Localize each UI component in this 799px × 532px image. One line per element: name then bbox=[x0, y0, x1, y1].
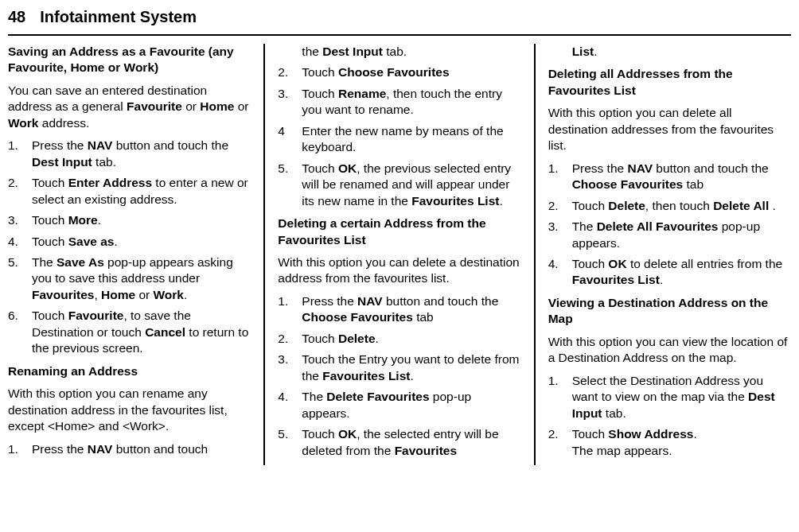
bold-save-as: Save as bbox=[68, 235, 115, 248]
page-header: 48 Infotainment System bbox=[8, 8, 791, 31]
para-delete-all-intro: With this option you can delete all dest… bbox=[548, 105, 791, 153]
text: Touch bbox=[32, 213, 68, 227]
bold-choose-favourites: Choose Favourites bbox=[338, 65, 450, 79]
text: Touch bbox=[32, 235, 68, 248]
text: or bbox=[182, 99, 200, 113]
step-number: 1. bbox=[8, 441, 32, 457]
bold-favourites-list: Favourites List bbox=[572, 273, 660, 286]
step-number: 3. bbox=[278, 351, 302, 384]
text: address. bbox=[38, 116, 89, 130]
bold-favourites: Favourites bbox=[395, 444, 457, 457]
step-number: 5. bbox=[8, 254, 32, 303]
bold-cancel: Cancel bbox=[145, 325, 185, 339]
step-number: 3. bbox=[278, 86, 302, 118]
step: 4. Touch Save as. bbox=[8, 234, 251, 250]
step-number: 5. bbox=[278, 426, 302, 459]
step-text: Press the NAV button and touch the Choos… bbox=[302, 293, 520, 326]
text: The bbox=[32, 255, 57, 269]
text: Press the bbox=[302, 294, 357, 308]
step-text: The Delete Favourites pop-up appears. bbox=[302, 389, 520, 421]
step-text: Touch the Entry you want to delete from … bbox=[302, 351, 520, 384]
column-divider bbox=[263, 44, 265, 465]
step-text: Touch Choose Favourites bbox=[302, 64, 520, 80]
step: 2. Touch Delete, then touch Delete All . bbox=[548, 198, 791, 214]
text: Touch bbox=[572, 257, 609, 270]
text: . bbox=[410, 369, 413, 382]
text: Press the bbox=[572, 161, 628, 175]
step: 3. Touch Rename, then touch the entry yo… bbox=[278, 86, 520, 118]
bold-work: Work bbox=[8, 116, 38, 130]
step: 2. Touch Delete. bbox=[278, 331, 520, 347]
text: The map appears. bbox=[572, 444, 672, 457]
step-text: Press the NAV button and touch the Choos… bbox=[572, 161, 791, 193]
bold-favourites-list: Favourites List bbox=[322, 369, 410, 382]
bold-delete-favourites: Delete Favourites bbox=[326, 390, 429, 403]
steps-view: 1. Select the Destination Address you wa… bbox=[548, 373, 791, 459]
step-number: 3. bbox=[548, 219, 572, 251]
bold-show-address: Show Address bbox=[608, 427, 693, 441]
bold-ok: OK bbox=[338, 161, 357, 175]
step-text: Touch OK to delete all entries from the … bbox=[572, 256, 791, 289]
step-number: 1. bbox=[278, 293, 302, 326]
text: . bbox=[184, 288, 187, 301]
column-2: the Dest Input tab. 2. Touch Choose Favo… bbox=[267, 44, 532, 465]
manual-page: 48 Infotainment System Saving an Address… bbox=[0, 0, 799, 532]
step-text: List. bbox=[572, 44, 791, 60]
step-number: 4. bbox=[548, 256, 572, 289]
bold-dest-input: Dest Input bbox=[32, 155, 92, 169]
steps-delete-cont: List. bbox=[548, 44, 791, 60]
header-rule bbox=[8, 34, 791, 36]
bold-dest-input: Dest Input bbox=[322, 45, 383, 58]
column-divider bbox=[534, 44, 536, 465]
text: button and touch the bbox=[383, 294, 499, 308]
step: 5. Touch OK, the previous selected entry… bbox=[278, 161, 520, 209]
bold-favourites: Favourites bbox=[32, 288, 94, 301]
page-title: Infotainment System bbox=[40, 8, 197, 26]
text: tab. bbox=[92, 155, 116, 169]
bold-rename: Rename bbox=[338, 87, 386, 100]
text: . bbox=[769, 199, 776, 212]
step-text: Select the Destination Address you want … bbox=[572, 373, 791, 421]
text: tab bbox=[683, 177, 704, 191]
para-save-intro: You can save an entered destination addr… bbox=[8, 83, 251, 131]
text: button and touch bbox=[112, 442, 208, 456]
step: 1. Select the Destination Address you wa… bbox=[548, 373, 791, 421]
step-number: 2. bbox=[8, 175, 32, 208]
step-text: Touch Favourite, to save the Destination… bbox=[32, 308, 251, 356]
step: 2. Touch Choose Favourites bbox=[278, 64, 520, 80]
text: The bbox=[572, 219, 597, 233]
text: Select the Destination Address you want … bbox=[572, 374, 763, 403]
step: 3. Touch the Entry you want to delete fr… bbox=[278, 351, 520, 384]
step-number: 4 bbox=[278, 123, 302, 156]
bold-nav: NAV bbox=[357, 294, 383, 308]
bold-delete-all: Delete All bbox=[713, 199, 769, 212]
step-number: 3. bbox=[8, 212, 32, 228]
text: , bbox=[94, 288, 101, 301]
step-text: Press the NAV button and touch the Dest … bbox=[32, 138, 251, 170]
text: Touch bbox=[572, 199, 609, 212]
text: . bbox=[376, 332, 379, 345]
text: button and touch the bbox=[653, 161, 769, 175]
step-text: Touch OK, the selected entry will be del… bbox=[302, 426, 520, 459]
text: Touch bbox=[32, 176, 68, 189]
step-number: 2. bbox=[278, 64, 302, 80]
text: tab bbox=[413, 310, 434, 324]
bold-work: Work bbox=[154, 288, 184, 301]
heading-delete-one: Deleting a certain Address from the Favo… bbox=[278, 216, 520, 248]
step-number: 1. bbox=[548, 373, 572, 421]
step-text: Press the NAV button and touch bbox=[32, 441, 251, 457]
step: 5. The Save As pop-up appears asking you… bbox=[8, 254, 251, 303]
step-number: 5. bbox=[278, 161, 302, 209]
step-text: The Save As pop-up appears asking you to… bbox=[32, 254, 251, 303]
para-view-intro: With this option you can view the locati… bbox=[548, 334, 791, 367]
text: . bbox=[693, 427, 696, 441]
step-number-blank bbox=[278, 44, 302, 60]
text: , then touch bbox=[645, 199, 713, 212]
bold-nav: NAV bbox=[627, 161, 653, 175]
text: Touch bbox=[302, 427, 338, 441]
bold-favourite: Favourite bbox=[68, 309, 124, 322]
step: 2. Touch Enter Address to enter a new or… bbox=[8, 175, 251, 208]
text: or bbox=[135, 288, 153, 301]
step: 1. Press the NAV button and touch bbox=[8, 441, 251, 457]
step: 3. Touch More. bbox=[8, 212, 251, 228]
